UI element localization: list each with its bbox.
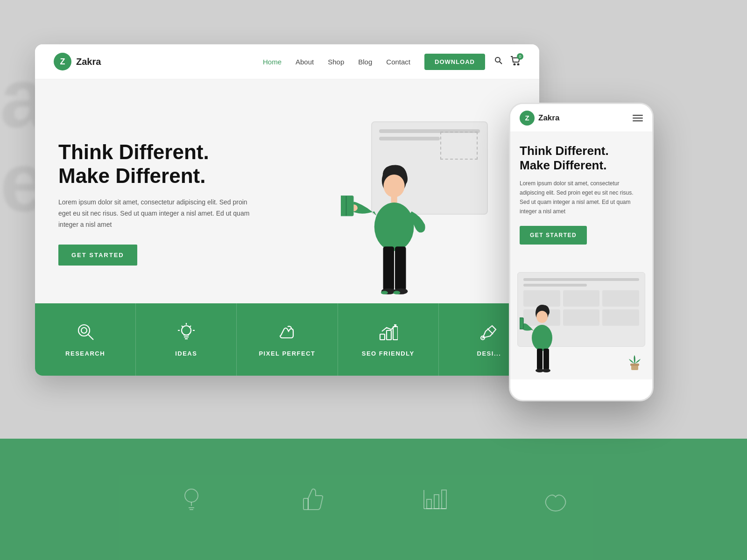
bg-icon-bulb — [177, 485, 205, 513]
svg-rect-4 — [303, 498, 308, 510]
hero-illustration — [259, 103, 516, 303]
mobile-hero-description: Lorem ipsum dolor sit amet, consectetur … — [520, 179, 643, 216]
get-started-button[interactable]: GET STARTED — [58, 245, 137, 266]
grid-cell-5 — [563, 309, 600, 326]
mobile-logo-icon: Z — [520, 111, 535, 126]
svg-point-46 — [532, 325, 552, 351]
search-icon[interactable] — [494, 56, 503, 67]
mobile-nav: Z Zakra — [510, 104, 652, 132]
feature-ideas: IDEAS — [136, 303, 237, 376]
svg-point-28 — [81, 328, 87, 333]
svg-rect-50 — [543, 349, 549, 370]
mobile-logo-area: Z Zakra — [520, 111, 559, 126]
svg-point-11 — [518, 64, 519, 65]
mobile-screen-line-1 — [523, 278, 639, 281]
svg-point-10 — [514, 64, 515, 65]
hamburger-line-3 — [633, 120, 643, 121]
hero-text-block: Think Different.Make Different. Lorem ip… — [58, 140, 259, 266]
svg-point-24 — [381, 291, 388, 294]
mobile-hero: Think Different.Make Different. Lorem ip… — [510, 132, 652, 272]
mobile-person-figure — [520, 303, 562, 375]
nav-link-contact[interactable]: Contact — [386, 58, 410, 66]
svg-point-26 — [78, 325, 90, 336]
bg-icon-thumb — [299, 485, 327, 513]
svg-rect-54 — [630, 364, 639, 366]
desktop-logo-icon: Z — [54, 53, 71, 70]
screen-dashed-box — [440, 132, 478, 160]
svg-point-13 — [384, 175, 405, 197]
svg-rect-20 — [383, 246, 395, 290]
svg-rect-40 — [393, 327, 398, 340]
pixel-perfect-icon — [277, 322, 297, 344]
cart-icon-wrap[interactable]: 0 — [510, 56, 521, 67]
hero-title: Think Different.Make Different. — [58, 140, 259, 188]
svg-point-8 — [495, 57, 500, 62]
svg-rect-5 — [427, 499, 431, 509]
nav-link-about[interactable]: About — [296, 58, 314, 66]
design-label: DESI... — [477, 350, 501, 357]
download-button[interactable]: DOWNLOAD — [424, 54, 485, 70]
screen-lines — [372, 122, 487, 151]
bg-icon-wave — [542, 485, 570, 513]
grid-cell-3 — [602, 290, 639, 307]
nav-link-blog[interactable]: Blog — [358, 58, 372, 66]
desktop-logo-area: Z Zakra — [54, 53, 101, 70]
svg-line-41 — [492, 326, 496, 329]
desktop-logo-name: Zakra — [76, 56, 101, 67]
svg-rect-38 — [380, 334, 385, 340]
hamburger-line-1 — [633, 115, 643, 116]
svg-line-43 — [487, 329, 493, 334]
svg-rect-49 — [537, 349, 543, 370]
grid-cell-2 — [563, 290, 600, 307]
hamburger-line-2 — [633, 118, 643, 119]
seo-label: SEO FRIENDLY — [362, 350, 415, 357]
desktop-nav: Z Zakra Home About Shop Blog Contact DOW… — [35, 44, 539, 79]
ideas-icon — [176, 322, 196, 344]
hero-description: Lorem ipsum dolor sit amet, consectetur … — [58, 197, 259, 230]
mobile-mockup: Z Zakra Think Different.Make Different. … — [509, 103, 654, 401]
svg-rect-47 — [520, 318, 523, 329]
svg-line-34 — [182, 326, 183, 327]
bg-green-bottom — [0, 439, 747, 560]
svg-point-45 — [536, 311, 548, 323]
desktop-hero: Think Different.Make Different. Lorem ip… — [35, 79, 539, 303]
svg-line-27 — [88, 335, 93, 340]
desktop-nav-links: Home About Shop Blog Contact — [263, 58, 410, 66]
research-label: RESEARCH — [65, 350, 105, 357]
design-icon — [479, 322, 499, 344]
desktop-mockup: Z Zakra Home About Shop Blog Contact DOW… — [35, 44, 539, 376]
nav-link-home[interactable]: Home — [263, 58, 282, 66]
pixel-perfect-label: PIXEL PERFECT — [259, 350, 315, 357]
svg-rect-17 — [341, 196, 353, 216]
feature-pixel-perfect: PIXEL PERFECT — [237, 303, 338, 376]
mobile-screen-line-2 — [523, 284, 587, 287]
svg-rect-39 — [387, 330, 391, 340]
svg-rect-14 — [391, 196, 397, 203]
svg-rect-21 — [395, 246, 406, 290]
svg-line-9 — [500, 62, 502, 64]
mobile-hero-title: Think Different.Make Different. — [520, 144, 643, 173]
grid-cell-6 — [602, 309, 639, 326]
screen-line-2 — [379, 137, 440, 140]
mobile-logo-name: Zakra — [538, 113, 559, 123]
feature-seo: SEO FRIENDLY — [338, 303, 439, 376]
svg-rect-7 — [442, 490, 446, 509]
feature-research: RESEARCH — [35, 303, 136, 376]
svg-point-52 — [542, 369, 550, 372]
nav-icons: 0 — [494, 56, 521, 67]
svg-point-25 — [393, 291, 400, 294]
features-band: RESEARCH IDEAS — [35, 303, 539, 376]
cart-badge: 0 — [517, 53, 523, 60]
hamburger-menu[interactable] — [633, 115, 643, 121]
bg-icon-chart — [420, 485, 448, 513]
svg-rect-6 — [434, 495, 439, 509]
ideas-label: IDEAS — [175, 350, 197, 357]
mobile-illustration — [510, 272, 652, 379]
nav-link-shop[interactable]: Shop — [328, 58, 344, 66]
hero-person-figure — [341, 159, 434, 303]
mobile-get-started-button[interactable]: GET STARTED — [520, 226, 587, 245]
svg-point-15 — [374, 203, 414, 251]
svg-point-0 — [185, 489, 198, 502]
svg-line-33 — [190, 326, 191, 327]
mobile-plant-decoration — [627, 350, 643, 375]
